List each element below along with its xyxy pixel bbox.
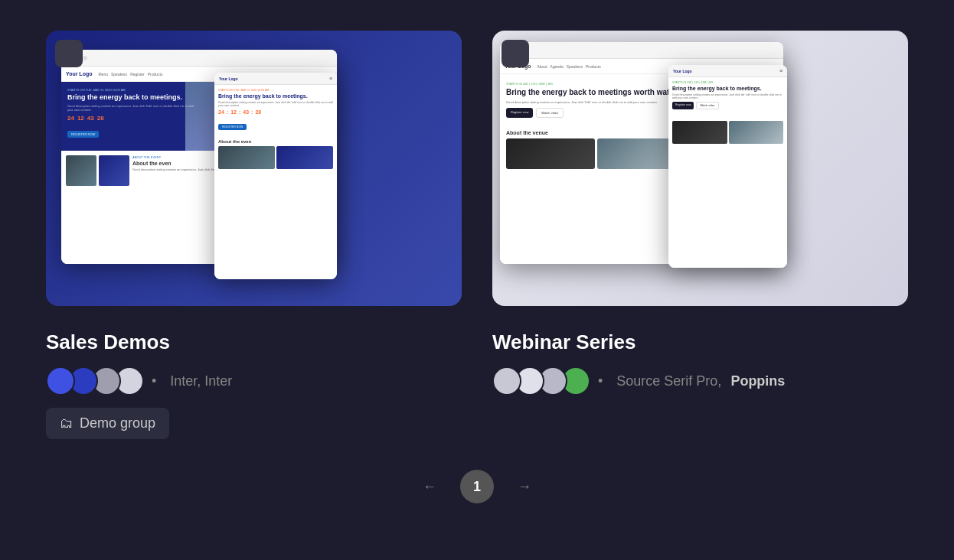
webinar-mobile-about [668, 116, 787, 147]
card-corner-button-webinar[interactable] [502, 40, 529, 67]
webinar-browser-chrome [500, 42, 783, 59]
mobile-countdown-h: 12 [230, 109, 237, 115]
mobile-countdown-m: 43 [243, 109, 249, 115]
webinar-mobile-watch-btn[interactable]: Watch video [696, 102, 718, 109]
sales-color-swatches [46, 366, 138, 396]
webinar-mobile-menu-icon: ≡ [779, 68, 782, 73]
sales-hero-text: STARTS ON TUE, MAY 21 2020 10:00 AM Brin… [67, 88, 199, 138]
webinar-series-title: Webinar Series [492, 330, 908, 354]
cards-row: Your Logo Menu Speakers Register Product… [46, 31, 908, 306]
webinar-mobile-mockup: Your Logo ≡ STARTS IN 24D | 12H | 43M | … [668, 65, 787, 268]
webinar-mobile-logo: Your Logo [673, 69, 692, 73]
browser-dot-3 [83, 56, 87, 60]
webinar-mobile-hero: STARTS IN 24D | 12H | 43M | 28S Bring th… [668, 77, 787, 116]
webinar-nav-about: About [537, 64, 547, 69]
pagination: ← 1 → [414, 470, 540, 503]
sales-color-fonts-row: • Inter, Inter [46, 366, 462, 396]
sales-swatch-1 [46, 366, 75, 396]
sales-demos-title: Sales Demos [46, 330, 462, 354]
webinar-mobile-register-btn[interactable]: Register now [672, 102, 694, 109]
mobile-menu-icon: ≡ [329, 76, 332, 81]
webinar-watch-btn[interactable]: Watch video [536, 108, 564, 118]
webinar-mobile-btns: Register now Watch video [672, 102, 783, 109]
nav-link-speakers: Speakers [111, 72, 127, 77]
sales-nav-logo: Your Logo [66, 71, 92, 77]
mobile-countdown-d: 24 [218, 109, 224, 115]
webinar-nav-speakers: Speakers [567, 64, 583, 69]
nav-link-products: Products [148, 72, 163, 77]
webinar-about-img-1 [506, 138, 595, 169]
mobile-countdown: 24 : 12 : 43 : 28 [218, 109, 333, 115]
sales-hero-starts: STARTS ON TUE, MAY 21 2020 10:00 AM [67, 88, 199, 92]
sales-countdown: 24 12 43 28 [67, 115, 199, 122]
sales-hero-title: Bring the energy back to meetings. [67, 93, 199, 102]
webinar-nav-agenda: Agenda [551, 64, 564, 69]
countdown-d: 24 [67, 115, 74, 122]
mobile-about-images [218, 146, 333, 169]
mobile-starts: STARTS ON TUE, MAY 21 2020 10:00 AM [218, 89, 333, 92]
mobile-about-section: About the even [214, 136, 337, 172]
webinar-mobile-desc: Good descriptive writing creates an impr… [672, 93, 783, 99]
folder-icon: 🗂 [60, 415, 74, 431]
next-page-arrow[interactable]: → [509, 471, 540, 502]
countdown-s: 28 [97, 115, 104, 122]
mobile-countdown-sep2: : [239, 109, 240, 115]
webinar-font-label-regular: Source Serif Pro, [616, 373, 721, 389]
webinar-bullet: • [598, 373, 603, 389]
webinar-nav-links: About Agenda Speakers Products [537, 64, 600, 69]
mobile-countdown-sep3: : [251, 109, 253, 115]
webinar-series-info: Webinar Series • Source Serif Pro, Poppi… [492, 330, 908, 439]
webinar-register-btn[interactable]: Register now [506, 108, 533, 118]
nav-link-menu: Menu [98, 72, 108, 77]
webinar-swatch-1 [492, 366, 521, 396]
sales-bullet: • [152, 373, 156, 389]
countdown-h: 12 [77, 115, 84, 122]
mobile-logo: Your Logo [219, 77, 238, 81]
countdown-m: 43 [87, 115, 94, 122]
webinar-mobile-starts: STARTS IN 24D | 12H | 43M | 28S [672, 81, 783, 84]
mobile-about-img-1 [218, 146, 275, 169]
sales-nav-links: Menu Speakers Register Products [98, 72, 162, 77]
card-corner-button-sales[interactable] [55, 40, 83, 67]
webinar-mobile-chrome: Your Logo ≡ [668, 65, 787, 77]
webinar-mobile-title: Bring the energy back to meetings. [672, 86, 783, 92]
mobile-desc: Good descriptive writing creates an impr… [218, 101, 333, 107]
sales-hero-desc: Good descriptive writing creates an impr… [67, 104, 199, 112]
webinar-font-label-bold: Poppins [730, 373, 785, 389]
webinar-color-fonts-row: • Source Serif Pro, Poppins [492, 366, 908, 396]
mobile-about-img-2 [276, 146, 333, 169]
webinar-mobile-img-2 [729, 121, 784, 144]
sales-demos-info: Sales Demos • Inter, Inter 🗂 Demo group [46, 330, 462, 439]
webinar-mobile-content: STARTS IN 24D | 12H | 43M | 28S Bring th… [668, 77, 787, 268]
mobile-countdown-sep1: : [227, 109, 228, 115]
webinar-series-thumbnail: Your Logo About Agenda Speakers Products… [492, 31, 908, 306]
sales-mobile-mockup: Your Logo ≡ STARTS ON TUE, MAY 21 2020 1… [214, 73, 337, 279]
mobile-about-title: About the even [218, 139, 333, 144]
nav-link-register: Register [130, 72, 145, 77]
sales-demos-card[interactable]: Your Logo Menu Speakers Register Product… [46, 31, 462, 306]
browser-chrome [61, 50, 337, 67]
sales-about-img-2 [99, 155, 129, 186]
mobile-chrome: Your Logo ≡ [214, 73, 337, 85]
webinar-color-swatches [492, 366, 584, 396]
mobile-countdown-s: 28 [255, 109, 261, 115]
webinar-nav-products: Products [586, 64, 601, 69]
webinar-mobile-img-1 [672, 121, 727, 144]
current-page-number[interactable]: 1 [460, 470, 494, 503]
sales-group-badge[interactable]: 🗂 Demo group [46, 408, 169, 439]
mobile-register-btn[interactable]: REGISTER NOW [218, 124, 247, 130]
prev-page-arrow[interactable]: ← [414, 471, 445, 502]
sales-demos-thumbnail: Your Logo Menu Speakers Register Product… [46, 31, 462, 306]
webinar-mobile-about-imgs [672, 121, 783, 144]
sales-about-img-1 [66, 155, 96, 186]
sales-register-btn[interactable]: REGISTER NOW [67, 131, 99, 138]
mobile-title: Bring the energy back to meetings. [218, 93, 333, 99]
sales-font-label: Inter, Inter [170, 373, 232, 389]
mobile-content: STARTS ON TUE, MAY 21 2020 10:00 AM Brin… [214, 85, 337, 279]
cards-info-row: Sales Demos • Inter, Inter 🗂 Demo group … [46, 330, 908, 439]
mobile-hero: STARTS ON TUE, MAY 21 2020 10:00 AM Brin… [214, 85, 337, 136]
sales-group-label: Demo group [80, 415, 155, 431]
webinar-series-card[interactable]: Your Logo About Agenda Speakers Products… [492, 31, 908, 306]
